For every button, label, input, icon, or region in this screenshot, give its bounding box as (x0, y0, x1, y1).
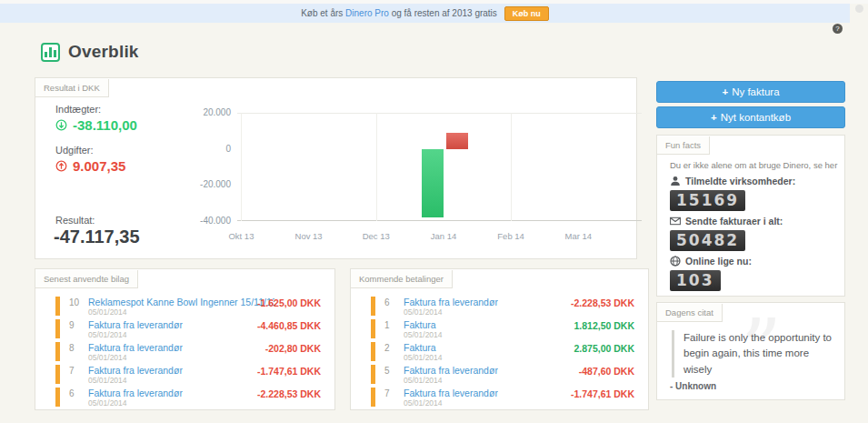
chart-y-axis: 20.0000-20.000-40.000 (35, 113, 231, 221)
document-date: 05/01/2014 (88, 398, 127, 408)
person-icon (670, 176, 681, 186)
x-tick-label: Feb 14 (497, 231, 524, 241)
y-tick-label: 0 (225, 144, 231, 154)
result-value: -47.117,35 (54, 227, 140, 247)
document-number: 6 (384, 297, 390, 307)
result-panel-tab: Resultat i DKK (35, 79, 109, 97)
y-tick-label: -20.000 (200, 179, 231, 189)
chart-plot (237, 113, 642, 221)
recent-documents-tab: Senest anvendte bilag (35, 270, 138, 288)
recent-documents-list: 10 Reklamespot Kanne Bowl Ingenner 15/11… (35, 295, 334, 408)
document-date: 05/01/2014 (88, 307, 127, 317)
x-tick-label: Dec 13 (363, 231, 390, 241)
plus-icon: + (711, 112, 717, 123)
indtaegter-bar (422, 149, 444, 218)
document-link[interactable]: Faktura fra leverandør (88, 365, 183, 376)
plus-icon: + (722, 86, 728, 97)
document-link[interactable]: Faktura fra leverandør (88, 319, 183, 330)
fun-facts-tab: Fun facts (657, 136, 710, 155)
bar-chart-icon (41, 43, 60, 62)
gridline-vertical (511, 113, 512, 221)
document-link[interactable]: Faktura (404, 342, 436, 353)
scrollbar-thumb[interactable] (855, 5, 863, 13)
document-number: 1 (384, 320, 390, 330)
document-link[interactable]: Faktura fra leverandør (404, 388, 498, 398)
document-link[interactable]: Reklamespot Kanne Bowl Ingenner 15/11/13… (88, 297, 274, 307)
document-date: 05/01/2014 (88, 376, 127, 385)
page-header: Overblik (41, 42, 139, 62)
document-amount: -2.228,53 DKK (571, 297, 634, 308)
document-date: 05/01/2014 (88, 330, 127, 339)
stat-counter: 50482 (670, 230, 745, 251)
globe-icon (670, 256, 681, 267)
document-type-bar (371, 388, 375, 407)
document-amount: -487,60 DKK (579, 366, 634, 377)
document-amount: 1.812,50 DKK (574, 320, 634, 331)
document-date: 05/01/2014 (88, 353, 127, 362)
upcoming-payments-panel: Kommende betalinger 6 Faktura fra levera… (350, 268, 649, 410)
buy-now-button[interactable]: Køb nu (504, 6, 549, 21)
gridline-horizontal (237, 220, 642, 221)
list-item: 6 Faktura fra leverandør 05/01/2014 -2.2… (35, 386, 334, 408)
list-item: 2 Faktura 05/01/2014 2.875,00 DKK (351, 340, 648, 363)
document-number: 10 (69, 297, 79, 307)
stat-invoices-sent: Sendte fakturaer i alt: 50482 (670, 216, 783, 251)
y-tick-label: -40.000 (200, 216, 231, 226)
quote-text: Failure is only the opportunity to begin… (672, 330, 833, 378)
x-tick-label: Okt 13 (228, 231, 254, 241)
new-cash-purchase-label: Nyt kontantkøb (721, 112, 791, 123)
promo-text-suffix: og få resten af 2013 gratis (389, 8, 497, 18)
x-tick-label: Nov 13 (295, 231, 323, 241)
help-button[interactable]: ? (833, 24, 843, 34)
promo-text: Køb et års Dinero Pro og få resten af 20… (301, 8, 497, 18)
document-link[interactable]: Faktura fra leverandør (88, 388, 183, 398)
document-amount: -1.625,00 DKK (257, 297, 321, 308)
document-date: 05/01/2014 (404, 376, 443, 385)
stat-counter: 103 (670, 270, 721, 291)
document-date: 05/01/2014 (404, 307, 443, 317)
document-number: 7 (384, 388, 390, 398)
document-number: 8 (69, 343, 75, 353)
stat-label: Online lige nu: (685, 256, 752, 267)
document-link[interactable]: Faktura fra leverandør (404, 297, 498, 307)
gridline-vertical (376, 113, 377, 221)
document-date: 05/01/2014 (404, 353, 443, 362)
quote-panel-tab: Dagens citat (657, 304, 723, 322)
document-date: 05/01/2014 (404, 398, 443, 408)
gridline-horizontal (237, 113, 642, 114)
udgifter-bar (446, 133, 468, 149)
gridline-vertical (241, 113, 242, 221)
document-amount: -4.460,85 DKK (257, 320, 321, 331)
document-amount: -1.747,61 DKK (571, 388, 634, 399)
document-date: 05/01/2014 (404, 330, 443, 339)
stat-label: Tilmeldte virksomheder: (685, 176, 795, 186)
stat-label: Sendte fakturaer i alt: (685, 216, 783, 227)
envelope-icon (670, 216, 681, 227)
document-type-bar (371, 297, 375, 316)
stat-online-now: Online lige nu: 103 (670, 256, 752, 291)
document-amount: -202,80 DKK (265, 343, 321, 354)
document-number: 7 (69, 366, 75, 376)
x-tick-label: Jan 14 (431, 231, 457, 241)
fun-facts-panel: Fun facts Du er ikke alene om at bruge D… (656, 135, 845, 297)
document-type-bar (55, 342, 60, 361)
new-invoice-label: Ny faktura (732, 86, 779, 97)
result-panel: Resultat i DKK Indtægter: -38.110,00 Udg… (35, 77, 637, 259)
document-type-bar (55, 388, 60, 407)
list-item: 10 Reklamespot Kanne Bowl Ingenner 15/11… (35, 295, 334, 317)
list-item: 1 Faktura 05/01/2014 1.812,50 DKK (351, 317, 648, 340)
quote-panel: Dagens citat ” Failure is only the oppor… (656, 302, 845, 400)
document-link[interactable]: Faktura fra leverandør (88, 342, 183, 353)
stat-registered-companies: Tilmeldte virksomheder: 15169 (670, 176, 795, 211)
document-type-bar (371, 342, 375, 361)
document-type-bar (55, 319, 60, 338)
document-link[interactable]: Faktura (404, 319, 436, 330)
new-invoice-button[interactable]: +Ny faktura (656, 81, 845, 103)
document-number: 5 (384, 366, 390, 376)
document-link[interactable]: Faktura fra leverandør (404, 365, 498, 376)
new-cash-purchase-button[interactable]: +Nyt kontantkøb (656, 106, 845, 128)
chart-x-axis: Okt 13Nov 13Dec 13Jan 14Feb 14Mar 14 (237, 231, 642, 244)
document-type-bar (55, 365, 60, 384)
document-amount: -1.747,61 DKK (257, 366, 321, 377)
dinero-pro-link[interactable]: Dinero Pro (345, 8, 389, 18)
